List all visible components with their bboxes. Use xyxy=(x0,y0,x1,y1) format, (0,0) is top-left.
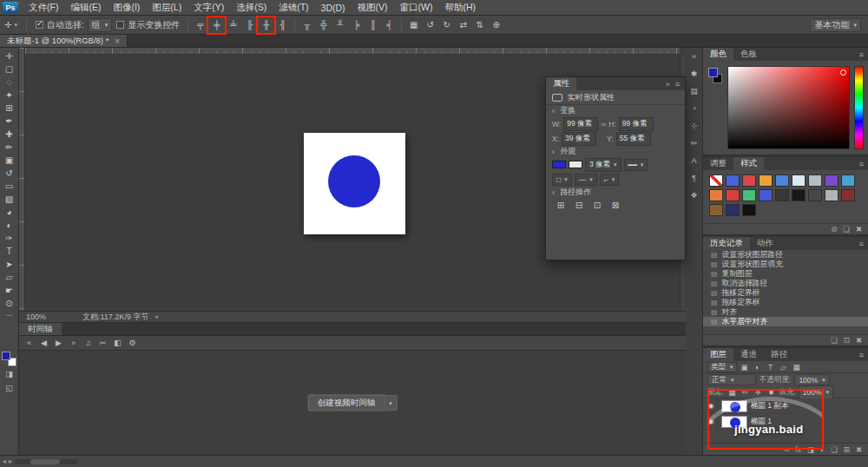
style-swatch[interactable] xyxy=(742,189,756,201)
menu-item[interactable]: 视图(V) xyxy=(352,0,394,15)
style-swatch[interactable] xyxy=(825,189,838,201)
align-bottom-edges-icon[interactable]: ╧ xyxy=(226,18,240,32)
lock-all-icon[interactable]: ■ xyxy=(766,387,776,398)
width-field[interactable]: 99 像素 xyxy=(563,117,598,131)
brush-tool[interactable]: ✏ xyxy=(1,141,18,154)
panel-tab[interactable]: 样式 xyxy=(733,157,764,170)
menu-item[interactable]: 选择(S) xyxy=(230,0,273,15)
lock-transparency-icon[interactable]: ▦ xyxy=(727,387,737,398)
spot-healing-brush-tool[interactable]: ✚ xyxy=(1,128,18,141)
panel-tab[interactable]: 颜色 xyxy=(703,48,733,61)
auto-select-dropdown[interactable]: 组 xyxy=(88,18,113,32)
crop-tool[interactable]: ⊞ xyxy=(1,102,18,115)
menu-item[interactable]: 编辑(E) xyxy=(64,0,107,15)
filter-adjustment-layers-icon[interactable]: ◐ xyxy=(753,362,763,372)
x-field[interactable]: 39 像素 xyxy=(562,132,596,146)
blend-mode-dropdown[interactable]: 正常 xyxy=(707,374,756,385)
panel-tab[interactable]: 历史记录 xyxy=(703,237,750,250)
document-tab[interactable]: 未标题-1 @ 100%(RGB/8) * × xyxy=(0,35,128,47)
ellipse-shape[interactable] xyxy=(328,155,380,207)
panel-icon-character[interactable]: A xyxy=(687,155,701,166)
path-selection-tool[interactable]: ➤ xyxy=(1,258,18,271)
3d-drag-icon[interactable]: ⇄ xyxy=(456,18,470,32)
history-state[interactable]: 拖移定界框 xyxy=(703,288,868,298)
new-document-from-state-icon[interactable]: ❏ xyxy=(831,336,838,345)
style-swatch[interactable] xyxy=(709,174,723,187)
history-state[interactable]: 设置形状图层填充 xyxy=(703,260,868,269)
history-state[interactable]: 对齐 xyxy=(703,307,868,317)
artboard[interactable] xyxy=(304,133,405,234)
panel-menu-icon[interactable]: ≡ xyxy=(859,348,864,361)
hand-tool[interactable]: ☛ xyxy=(1,284,18,297)
subtract-front-shape-icon[interactable]: ⊟ xyxy=(573,200,585,210)
y-field[interactable]: 55 像素 xyxy=(616,132,651,146)
style-swatch[interactable] xyxy=(726,189,740,201)
history-state[interactable]: 拖移定界框 xyxy=(703,298,868,307)
filter-type-layers-icon[interactable]: T xyxy=(766,362,776,372)
history-state[interactable]: 设置形状图层路径 xyxy=(703,250,868,260)
distribute-right-edges-icon[interactable]: ╡ xyxy=(382,18,397,32)
show-transform-checkbox[interactable] xyxy=(116,21,124,29)
panel-icon-paragraph[interactable]: ¶ xyxy=(687,172,701,183)
zoom-tool[interactable]: ⊙ xyxy=(1,297,18,310)
3d-slide-icon[interactable]: ⇅ xyxy=(472,18,487,32)
delete-layer-icon[interactable]: ✖ xyxy=(856,445,862,454)
panel-tab[interactable]: 路径 xyxy=(764,348,794,361)
panel-menu-icon[interactable]: ≡ xyxy=(859,48,864,61)
style-swatch[interactable] xyxy=(726,174,740,187)
menu-item[interactable]: 3D(D) xyxy=(315,0,352,15)
panel-tab[interactable]: 通道 xyxy=(733,348,764,361)
layer-row[interactable]: ◉ 椭圆 1 副本 xyxy=(703,398,868,414)
history-state[interactable]: 取消选择路径 xyxy=(703,279,868,288)
style-swatch[interactable] xyxy=(775,189,789,201)
panel-icon-histogram[interactable]: ◔ xyxy=(687,102,701,114)
link-layers-icon[interactable]: ∞ xyxy=(784,445,789,454)
status-options-icon[interactable]: ▸ xyxy=(155,313,159,320)
pen-tool[interactable]: ✑ xyxy=(1,232,18,245)
workspace-switcher[interactable]: 基本功能 xyxy=(810,18,861,32)
add-transition-icon[interactable]: ◧ xyxy=(111,337,124,349)
play-icon[interactable]: ▶ xyxy=(52,337,65,349)
create-video-timeline-button[interactable]: 创建视频时间轴 xyxy=(308,395,385,411)
style-swatch[interactable] xyxy=(841,174,855,187)
style-swatch[interactable] xyxy=(726,204,740,216)
3d-rotate-icon[interactable]: ↺ xyxy=(423,18,437,32)
new-style-icon[interactable]: ❏ xyxy=(843,225,850,234)
history-state[interactable]: 水平居中对齐 xyxy=(703,317,868,326)
menu-item[interactable]: 窗口(W) xyxy=(394,0,439,15)
menu-item[interactable]: 文件(F) xyxy=(23,0,64,15)
align-vertical-centers-icon[interactable]: ╪ xyxy=(209,18,224,32)
style-swatch[interactable] xyxy=(709,189,723,201)
layer-thumbnail[interactable] xyxy=(721,400,747,412)
visibility-eye-icon[interactable]: ◉ xyxy=(705,398,718,413)
align-horizontal-centers-icon[interactable]: ╫ xyxy=(259,18,273,32)
panel-tab[interactable]: 色板 xyxy=(733,48,764,61)
link-dimensions-icon[interactable]: ∞ xyxy=(601,120,606,128)
style-swatch[interactable] xyxy=(792,174,806,187)
panel-tab[interactable]: 图层 xyxy=(703,348,733,361)
fill-color-swatch[interactable] xyxy=(552,161,566,168)
lock-pixels-icon[interactable]: ✏ xyxy=(740,387,750,398)
path-operations-section-header[interactable]: 路径操作 xyxy=(546,187,685,198)
edit-toolbar-icon[interactable]: ⋯ xyxy=(1,310,18,320)
rectangular-marquee-tool[interactable]: ▢ xyxy=(1,62,18,76)
filter-shape-layers-icon[interactable]: ▱ xyxy=(779,362,789,372)
foreground-color-swatch[interactable] xyxy=(708,68,718,77)
go-to-first-frame-icon[interactable]: « xyxy=(23,337,36,349)
appearance-section-header[interactable]: 外观 xyxy=(546,146,685,157)
new-group-icon[interactable]: ❏ xyxy=(831,445,838,454)
history-brush-tool[interactable]: ↺ xyxy=(1,167,18,180)
style-swatch[interactable] xyxy=(759,189,773,201)
layer-row[interactable]: ◉ 椭圆 1 xyxy=(703,414,868,430)
quick-selection-tool[interactable]: ✦ xyxy=(1,89,18,102)
distribute-top-edges-icon[interactable]: ╥ xyxy=(299,18,314,32)
history-state[interactable]: 复制图层 xyxy=(703,269,868,279)
stroke-color-swatch[interactable] xyxy=(569,161,582,168)
align-top-edges-icon[interactable]: ╤ xyxy=(193,18,207,32)
stroke-width-dropdown[interactable]: 3 像素 xyxy=(585,158,621,172)
eraser-tool[interactable]: ▭ xyxy=(1,180,18,193)
gradient-tool[interactable]: ▧ xyxy=(1,193,18,206)
screen-mode-icon[interactable]: ◱ xyxy=(1,382,18,394)
align-left-edges-icon[interactable]: ╟ xyxy=(242,18,257,32)
dodge-tool[interactable]: ◐ xyxy=(1,219,18,232)
